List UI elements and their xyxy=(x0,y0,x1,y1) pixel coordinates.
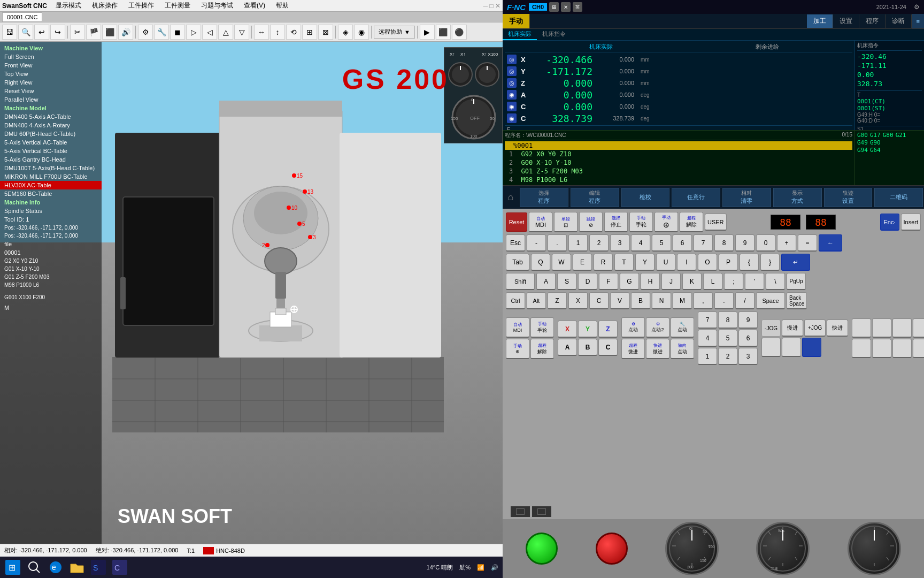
menu-item-view[interactable]: 查看(V) xyxy=(242,0,267,11)
menu-item-exam[interactable]: 习题与考试 xyxy=(199,0,235,11)
key-blank2[interactable] xyxy=(872,318,891,338)
menu-right-view[interactable]: Right View xyxy=(0,78,102,87)
key-a[interactable]: A xyxy=(536,273,556,290)
menu-mikron[interactable]: MIKRON MILL F700U BC-Table xyxy=(0,172,102,181)
key-skip[interactable]: 跳段 ⊘ xyxy=(579,212,603,232)
key-f[interactable]: F xyxy=(599,273,618,290)
key-insert[interactable]: Insert xyxy=(901,214,921,231)
remote-btn[interactable]: 远程协助 ▼ xyxy=(374,26,415,39)
numpad-4[interactable]: 4 xyxy=(698,330,717,347)
taskbar-search[interactable] xyxy=(26,559,43,576)
knob-feed-override[interactable]: 0 50 100 150 200 xyxy=(665,522,719,575)
key-2[interactable]: 2 xyxy=(589,234,609,252)
key-extra1[interactable] xyxy=(761,338,781,357)
toolbar-btn-11[interactable]: ◼ xyxy=(170,25,185,40)
knob-rapid-override[interactable] xyxy=(848,522,901,575)
key-backspace2[interactable]: BackSpace xyxy=(787,292,807,309)
tab-diagnostics[interactable]: 诊断 xyxy=(886,14,912,28)
taskbar-folder[interactable] xyxy=(68,559,86,576)
menu-item-measure[interactable]: 工件测量 xyxy=(163,0,192,11)
menu-dmn400-4axis[interactable]: DMN400 4-Axis A-Rotary xyxy=(0,121,102,130)
key-equals[interactable]: = xyxy=(798,234,817,252)
key-h[interactable]: H xyxy=(641,273,660,290)
key-func2[interactable]: ⚙ 点动2 xyxy=(646,317,669,338)
key-overrun[interactable]: 超程 解除 xyxy=(680,212,703,232)
softkey-4[interactable]: 任意行 xyxy=(672,188,720,207)
key-k[interactable]: K xyxy=(682,273,702,290)
toolbar-btn-8[interactable]: 🔊 xyxy=(118,25,133,40)
menu-item-machine[interactable]: 机床操作 xyxy=(90,0,120,11)
soft-key-home[interactable]: ⌂ xyxy=(503,192,519,203)
key-z[interactable]: Z xyxy=(548,292,567,309)
key-g[interactable]: G xyxy=(620,273,639,290)
menu-5axis-ac[interactable]: 5-Axis Vertical AC-Table xyxy=(0,138,102,147)
tab-program[interactable]: 程序 xyxy=(859,14,886,28)
key-p[interactable]: P xyxy=(719,254,738,271)
softkey-5[interactable]: 相对 清零 xyxy=(722,188,771,207)
key-3[interactable]: 3 xyxy=(610,234,629,252)
subtab-machine-actual[interactable]: 机床实际 xyxy=(503,29,537,40)
key-j[interactable]: J xyxy=(661,273,681,290)
toolbar-btn-1[interactable]: 🖫 xyxy=(2,25,17,40)
key-0[interactable]: 0 xyxy=(756,234,775,252)
menu-spindle-status[interactable]: Spindle Status xyxy=(0,207,102,215)
key-reset[interactable]: Reset xyxy=(506,212,527,232)
menu-dmu100t[interactable]: DMU100T 5-Axis(B-Head C-Table) xyxy=(0,164,102,172)
key-blank5[interactable] xyxy=(852,339,871,358)
key-axis-a[interactable]: A xyxy=(558,339,577,356)
toolbar-btn-9[interactable]: ⚙ xyxy=(138,25,153,40)
key-q[interactable]: Q xyxy=(531,254,550,271)
key-w[interactable]: W xyxy=(552,254,571,271)
key-5[interactable]: 5 xyxy=(652,234,671,252)
softkey-1[interactable]: 选择 程序 xyxy=(520,188,568,207)
key-rbrace[interactable]: } xyxy=(760,254,780,271)
key-backspace[interactable]: ← xyxy=(819,234,842,252)
key-i[interactable]: I xyxy=(677,254,696,271)
key-enc[interactable]: Enc· xyxy=(880,214,899,231)
toolbar-btn-19[interactable]: ⊞ xyxy=(302,25,317,40)
key-backslash[interactable]: \ xyxy=(766,273,785,290)
key-extra3[interactable] xyxy=(802,338,821,357)
key-blank3[interactable] xyxy=(892,318,912,338)
key-v[interactable]: V xyxy=(610,292,629,309)
knob-spindle-override[interactable]: W/s 二速 xyxy=(756,522,810,575)
menu-hlv30x[interactable]: HLV30X AC-Table xyxy=(0,181,102,189)
key-slash[interactable]: / xyxy=(735,292,754,309)
key-pgup[interactable]: PgUp xyxy=(787,273,806,290)
key-func5[interactable]: 快进 微进 xyxy=(646,339,669,359)
key-jog-plus[interactable]: +JOG xyxy=(804,320,826,337)
key-func6[interactable]: 轴向 点动 xyxy=(671,339,694,359)
key-shift[interactable]: Shift xyxy=(506,273,535,290)
menu-reset-view[interactable]: Reset View xyxy=(0,87,102,95)
key-e[interactable]: E xyxy=(573,254,592,271)
toolbar-btn-play[interactable]: ▶ xyxy=(420,25,435,40)
key-fast[interactable]: 快进 xyxy=(827,320,848,337)
numpad-7[interactable]: 7 xyxy=(698,311,717,329)
key-6[interactable]: 6 xyxy=(673,234,692,252)
key-9[interactable]: 9 xyxy=(735,234,754,252)
menu-front-view[interactable]: Front View xyxy=(0,61,102,70)
softkey-2[interactable]: 编辑 程序 xyxy=(571,188,619,207)
menu-parallel-view[interactable]: Parallel View xyxy=(0,95,102,104)
key-7[interactable]: 7 xyxy=(694,234,713,252)
toolbar-btn-redo[interactable]: ↪ xyxy=(50,25,65,40)
key-1[interactable]: 1 xyxy=(568,234,588,252)
key-y[interactable]: Y xyxy=(635,254,654,271)
toolbar-btn-10[interactable]: 🔧 xyxy=(154,25,169,40)
toolbar-btn-stop[interactable]: ⬛ xyxy=(436,25,451,40)
toolbar-btn-rec[interactable]: ⚫ xyxy=(452,25,467,40)
tab-machining[interactable]: 加工 xyxy=(807,14,833,28)
start-button[interactable] xyxy=(526,533,558,565)
key-blank6[interactable] xyxy=(872,339,891,358)
toolbar-btn-17[interactable]: ↕ xyxy=(270,25,285,40)
taskbar-start[interactable]: ⊞ xyxy=(4,559,21,576)
toolbar-btn-15[interactable]: ▽ xyxy=(234,25,249,40)
key-tab[interactable]: Tab xyxy=(506,254,529,271)
toolbar-btn-16[interactable]: ↔ xyxy=(254,25,269,40)
toolbar-btn-6[interactable]: 🏴 xyxy=(86,25,101,40)
key-enter[interactable]: ↵ xyxy=(781,254,810,271)
menu-5axis-gantry[interactable]: 5-Axis Gantry BC-Head xyxy=(0,155,102,164)
menu-tool-id[interactable]: Tool ID: 1 xyxy=(0,215,102,224)
key-esc[interactable]: Esc xyxy=(506,234,525,252)
key-axis-z[interactable]: Z xyxy=(598,321,618,338)
